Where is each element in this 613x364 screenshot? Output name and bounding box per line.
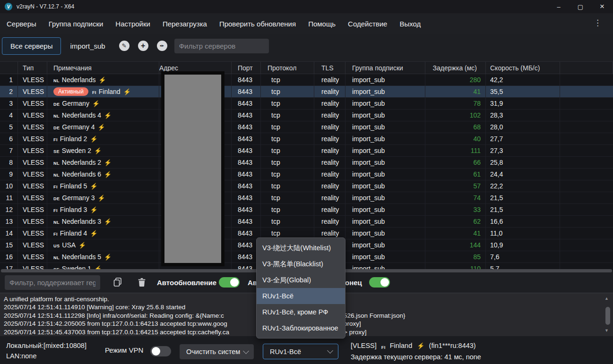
server-port: 8443 xyxy=(232,216,261,227)
table-row[interactable]: 5VLESSDEGermany 4⚡8443tcprealityimport_s… xyxy=(0,121,613,133)
menu-item-6[interactable]: Помощь xyxy=(308,20,336,28)
server-speed: 24,4 xyxy=(486,169,560,180)
server-remark: NLNederlands 5⚡ xyxy=(47,251,159,262)
bolt-icon: ⚡ xyxy=(90,230,97,237)
col-header-2[interactable]: Примечания xyxy=(47,62,159,74)
maximize-button[interactable]: ▢ xyxy=(570,0,591,13)
cell-filler xyxy=(560,74,613,85)
col-header-8[interactable]: Задержка (мс) xyxy=(425,62,486,74)
table-row[interactable]: 6VLESSFIFinland 2⚡8443tcprealityimport_s… xyxy=(0,133,613,145)
routing-option-4[interactable]: RUv1-Всё xyxy=(257,288,345,304)
bolt-icon: ⚡ xyxy=(123,88,131,95)
col-header-4[interactable]: Порт xyxy=(232,62,261,74)
menu-item-3[interactable]: Настройки xyxy=(115,20,150,28)
server-group: import_sub xyxy=(345,110,425,121)
server-name: USA xyxy=(62,241,76,249)
tab-import-sub[interactable]: import_sub xyxy=(70,42,105,50)
menu-item-1[interactable]: Серверы xyxy=(7,20,36,28)
country-code: NL xyxy=(53,255,60,260)
cell-filler xyxy=(560,204,613,215)
col-header-1[interactable]: Тип xyxy=(18,62,47,74)
routing-option-6[interactable]: RUv1-Заблокированное xyxy=(257,320,345,336)
menu-item-2[interactable]: Группа подписки xyxy=(49,20,104,28)
server-delay: 74 xyxy=(425,192,486,203)
server-remark: SESweden 2⚡ xyxy=(47,145,159,156)
edit-icon[interactable]: ✎ xyxy=(119,41,130,51)
menu-item-4[interactable]: Перезагрузка xyxy=(163,20,207,28)
table-row[interactable]: 7VLESSSESweden 2⚡8443tcprealityimport_su… xyxy=(0,145,613,157)
table-row[interactable]: 9VLESSNLNederlands 6⚡8443tcprealityimpor… xyxy=(0,169,613,180)
col-header-5[interactable]: Протокол xyxy=(261,62,314,74)
add-icon[interactable]: + xyxy=(138,41,148,51)
copy-icon[interactable] xyxy=(113,278,122,289)
table-row[interactable]: 11VLESSDEGermany 3⚡8443tcprealityimport_… xyxy=(0,192,613,204)
table-row[interactable]: 4VLESSNLNederlands 4⚡8443tcprealityimpor… xyxy=(0,110,613,121)
country-code: NL xyxy=(53,173,60,178)
autoupdate-toggle[interactable] xyxy=(219,277,240,288)
log-scroll-down-icon[interactable]: ▼ xyxy=(604,328,609,333)
log-text: A unified platform for anti-censorship. xyxy=(4,296,109,303)
table-row[interactable]: 12VLESSFIFinland 3⚡8443tcprealityimport_… xyxy=(0,204,613,216)
trash-icon[interactable] xyxy=(138,278,146,288)
table-row[interactable]: 13VLESSNLNederlands 3⚡8443tcprealityimpo… xyxy=(0,216,613,228)
autoscroll-toggle[interactable] xyxy=(369,277,390,288)
log-filter-input[interactable] xyxy=(5,275,100,290)
menu-item-8[interactable]: Выход xyxy=(399,20,421,28)
routing-option-2[interactable]: V3-黑名单(Blacklist) xyxy=(257,256,345,272)
table-row[interactable]: 2VLESSАктивныйFIFinland⚡8443tcprealityim… xyxy=(0,86,613,98)
col-header-9[interactable]: Скорость (МБ/с) xyxy=(486,62,560,74)
server-group: import_sub xyxy=(345,121,425,133)
server-type: VLESS xyxy=(18,86,47,97)
log-text-continued: 526.json Format:json} xyxy=(344,312,406,319)
current-server-delay: Задержка текущего сервера: 41 мс, none xyxy=(351,353,481,361)
menu-item-5[interactable]: Проверить обновления xyxy=(219,20,296,28)
server-type: VLESS xyxy=(18,145,47,156)
col-fill xyxy=(560,62,613,74)
col-header-7[interactable]: Группа подписки xyxy=(345,62,425,74)
vpn-mode-label: Режим VPN xyxy=(105,346,143,354)
minimize-button[interactable]: – xyxy=(548,0,570,13)
col-header-6[interactable]: TLS xyxy=(314,62,345,74)
server-delay: 40 xyxy=(425,133,486,144)
row-number: 16 xyxy=(0,251,18,262)
row-number: 7 xyxy=(0,145,18,156)
routing-option-1[interactable]: V3-绕过大陆(Whitelist) xyxy=(257,240,345,256)
table-row[interactable]: 3VLESSDEGermany⚡8443tcprealityimport_sub… xyxy=(0,98,613,110)
country-code: NL xyxy=(53,114,60,119)
server-name: Finland xyxy=(99,88,121,95)
table-row[interactable]: 10VLESSFIFinland 5⚡8443tcprealityimport_… xyxy=(0,180,613,192)
routing-option-5[interactable]: RUv1-Всё, кроме РФ xyxy=(257,304,345,320)
table-row[interactable]: 1VLESSNLNederlands⚡8443tcprealityimport_… xyxy=(0,74,613,86)
server-speed: 22,2 xyxy=(486,180,560,192)
server-remark: NLNederlands⚡ xyxy=(47,74,159,85)
server-group: import_sub xyxy=(345,169,425,180)
server-tls: reality xyxy=(314,216,345,227)
bolt-icon: ⚡ xyxy=(104,112,112,119)
server-filter-input[interactable] xyxy=(174,39,269,53)
more-menu-icon[interactable]: ⋮ xyxy=(594,18,602,28)
table-row[interactable]: 8VLESSNLNederlands 2⚡8443tcprealityimpor… xyxy=(0,157,613,169)
row-number: 10 xyxy=(0,180,18,192)
log-scrollbar-thumb[interactable] xyxy=(605,307,610,325)
server-type: VLESS xyxy=(18,98,47,109)
close-button[interactable]: × xyxy=(591,0,613,13)
menu-item-7[interactable]: Содействие xyxy=(348,20,387,28)
row-number: 6 xyxy=(0,133,18,144)
server-group: import_sub xyxy=(345,192,425,203)
swap-icon[interactable]: ◂▸ xyxy=(157,41,167,51)
log-text: 2025/07/14 12:51:41.114910 [Warning] cor… xyxy=(4,304,185,311)
row-number: 13 xyxy=(0,216,18,227)
row-number: 1 xyxy=(0,74,18,85)
routing-option-3[interactable]: V3-全局(Global) xyxy=(257,272,345,288)
routing-select[interactable]: RUv1-Всё xyxy=(263,344,338,359)
server-protocol: tcp xyxy=(261,216,314,227)
clear-system-proxy-dropdown[interactable]: Очистить систем xyxy=(180,344,254,359)
server-speed: 28,0 xyxy=(486,121,560,133)
vpn-mode-toggle[interactable] xyxy=(150,346,171,356)
server-port: 8443 xyxy=(232,169,261,180)
tab-all-servers[interactable]: Все серверы xyxy=(2,37,61,55)
bolt-icon: ⚡ xyxy=(90,135,97,143)
log-scroll-up-icon[interactable]: ▲ xyxy=(604,296,609,301)
cell-filler xyxy=(560,121,613,133)
server-port: 8443 xyxy=(232,133,261,144)
